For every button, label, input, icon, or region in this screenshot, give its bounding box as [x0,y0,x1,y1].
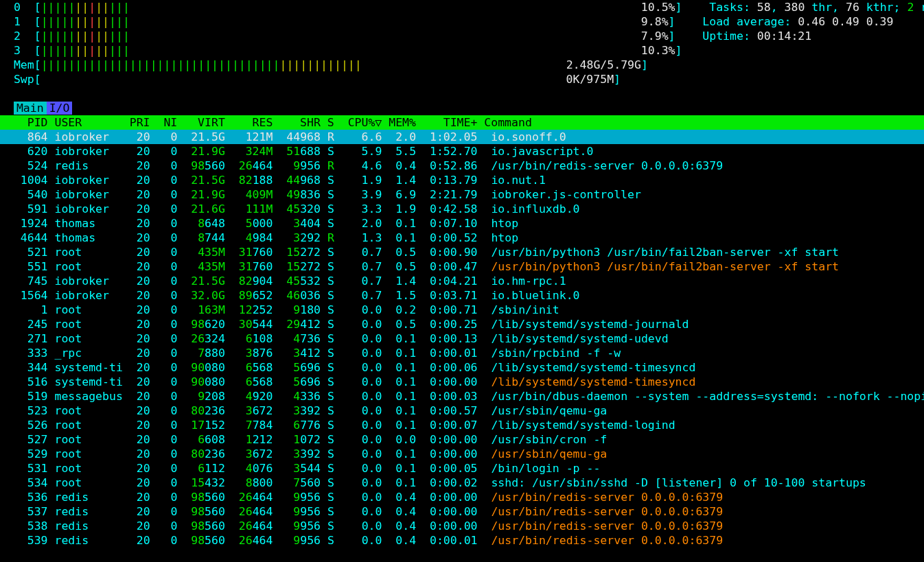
process-row[interactable]: 271 root 20 0 26324 6108 4736 S 0.0 0.1 … [0,331,924,346]
process-row[interactable]: 540 iobroker 20 0 21.9G 409M 49836 S 3.9… [0,187,924,202]
process-row[interactable]: 529 root 20 0 80236 3672 3392 S 0.0 0.1 … [0,447,924,461]
process-row[interactable]: 524 redis 20 0 98560 26464 9956 R 4.6 0.… [0,159,924,173]
process-row[interactable]: 333 _rpc 20 0 7880 3876 3412 S 0.0 0.1 0… [0,346,924,360]
process-row[interactable]: 534 root 20 0 15432 8800 7560 S 0.0 0.1 … [0,476,924,490]
process-row[interactable]: 1924 thomas 20 0 8648 5000 3404 S 2.0 0.… [0,216,924,231]
process-row[interactable]: 536 redis 20 0 98560 26464 9956 S 0.0 0.… [0,490,924,504]
process-row[interactable]: 245 root 20 0 98620 30544 29412 S 0.0 0.… [0,317,924,331]
process-row[interactable]: 519 messagebus 20 0 9208 4920 4336 S 0.0… [0,389,924,403]
process-row[interactable]: 538 redis 20 0 98560 26464 9956 S 0.0 0.… [0,519,924,533]
process-row[interactable]: 539 redis 20 0 98560 26464 9956 S 0.0 0.… [0,533,924,548]
process-row[interactable]: 551 root 20 0 435M 31760 15272 S 0.7 0.5… [0,259,924,274]
process-row[interactable]: 1 root 20 0 163M 12252 9180 S 0.0 0.2 0:… [0,303,924,317]
mem-meter: Mem[||||||||||||||||||||||||||||||||||||… [0,58,924,72]
process-row[interactable]: 344 systemd-ti 20 0 90080 6568 5696 S 0.… [0,360,924,375]
process-row[interactable]: 523 root 20 0 80236 3672 3392 S 0.0 0.1 … [0,403,924,418]
process-row[interactable]: 526 root 20 0 17152 7784 6776 S 0.0 0.1 … [0,418,924,432]
tab-io[interactable]: I/O [47,102,73,115]
process-row[interactable]: 521 root 20 0 435M 31760 15272 S 0.7 0.5… [0,245,924,259]
cpu-meter-3: 3 [||||||||||||| 10.3%] [0,43,924,58]
process-row[interactable]: 516 systemd-ti 20 0 90080 6568 5696 S 0.… [0,375,924,389]
process-row[interactable]: 537 redis 20 0 98560 26464 9956 S 0.0 0.… [0,504,924,519]
cpu-meter-2: 2 [||||||||||||| 7.9%] Uptime: 00:14:21 [0,29,924,43]
process-row[interactable]: 531 root 20 0 6112 4076 3544 S 0.0 0.1 0… [0,461,924,476]
process-row[interactable]: 4644 thomas 20 0 8744 4984 3292 R 1.3 0.… [0,231,924,245]
process-row[interactable]: 864 iobroker 20 0 21.5G 121M 44968 R 6.6… [0,130,924,144]
column-header[interactable]: PID USER PRI NI VIRT RES SHR S CPU%▽ MEM… [0,115,924,130]
process-row[interactable]: 1564 iobroker 20 0 32.0G 89652 46036 S 0… [0,288,924,303]
swp-meter: Swp[ 0K/975M] [0,72,924,86]
tab-bar: MainI/O [0,101,924,115]
process-row[interactable]: 591 iobroker 20 0 21.6G 111M 45320 S 3.3… [0,202,924,216]
process-row[interactable]: 745 iobroker 20 0 21.5G 82904 45532 S 0.… [0,274,924,288]
process-row[interactable]: 527 root 20 0 6608 1212 1072 S 0.0 0.0 0… [0,432,924,447]
cpu-meter-0: 0 [||||||||||||| 10.5%] Tasks: 58, 380 t… [0,0,924,14]
process-row[interactable]: 620 iobroker 20 0 21.9G 324M 51688 S 5.9… [0,144,924,159]
process-row[interactable]: 1004 iobroker 20 0 21.5G 82188 44968 S 1… [0,173,924,187]
tab-main[interactable]: Main [14,102,47,115]
cpu-meter-1: 1 [||||||||||||| 9.8%] Load average: 0.4… [0,14,924,29]
